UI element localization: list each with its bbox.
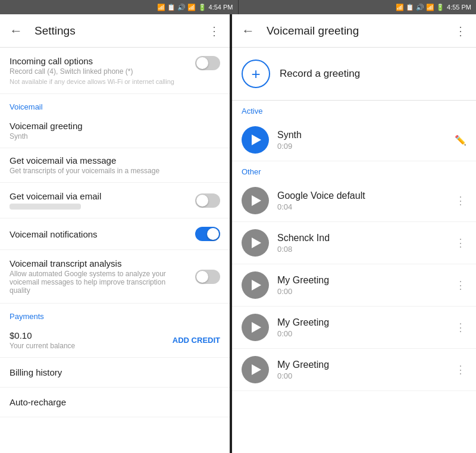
greeting-duration-4: 0:00 — [277, 371, 450, 380]
active-greeting-item: Synth 0:09 ✏️ — [232, 119, 476, 161]
greeting-play-button-4[interactable] — [242, 356, 269, 383]
voicemail-transcript-toggle-thumb — [196, 271, 208, 283]
active-play-button[interactable] — [242, 126, 269, 154]
get-voicemail-message-setting[interactable]: Get voicemail via message Get transcript… — [0, 148, 230, 183]
voicemail-transcript-text: Voicemail transcript analysis Allow auto… — [10, 258, 188, 295]
voicemail-transcript-toggle[interactable] — [195, 270, 220, 284]
incoming-call-sub: Record call (4), Switch linked phone (*) — [10, 67, 174, 76]
active-play-icon — [252, 135, 261, 145]
greeting-name-1: Schenck Ind — [277, 233, 450, 243]
other-section-header: Other — [232, 161, 476, 180]
play-icon-3 — [252, 322, 261, 333]
settings-back-button[interactable]: ← — [10, 23, 23, 39]
voicemail-title: Voicemail greeting — [267, 24, 455, 38]
greeting-info-0: Google Voice default 0:04 — [277, 190, 450, 211]
settings-panel: ← Settings ⋮ Incoming call options Recor… — [0, 14, 232, 453]
status-time-right: 4:55 PM — [447, 4, 471, 11]
greeting-name-0: Google Voice default — [277, 190, 450, 201]
get-voicemail-email-text: Get voicemail via email — [10, 191, 101, 210]
auto-recharge-item[interactable]: Auto-recharge — [0, 388, 230, 417]
greeting-info-1: Schenck Ind 0:08 — [277, 233, 450, 254]
voicemail-notifications-title: Voicemail notifications — [10, 229, 98, 239]
voicemail-email-toggle[interactable] — [195, 193, 220, 208]
voicemail-greeting-sub: Synth — [10, 132, 220, 140]
get-voicemail-message-sub: Get transcripts of your voicemails in a … — [10, 167, 220, 175]
voicemail-greeting-setting[interactable]: Voicemail greeting Synth — [0, 114, 230, 148]
greeting-name-3: My Greeting — [277, 317, 450, 328]
status-icons-left: 📶 📋 🔊 📶 🔋 — [157, 4, 206, 11]
list-item: My Greeting 0:00 ⋮ — [232, 307, 476, 349]
active-section-header: Active — [232, 101, 476, 119]
play-icon-1 — [252, 238, 261, 248]
greeting-more-button-1[interactable]: ⋮ — [455, 238, 466, 248]
play-icon-0 — [252, 195, 261, 206]
greeting-play-button-2[interactable] — [242, 271, 269, 299]
voicemail-notifications-toggle[interactable] — [195, 227, 220, 241]
greeting-info-4: My Greeting 0:00 — [277, 360, 450, 380]
voicemail-notifications-setting: Voicemail notifications — [0, 218, 230, 250]
list-item: Google Voice default 0:04 ⋮ — [232, 180, 476, 222]
incoming-call-setting: Incoming call options Record call (4), S… — [0, 48, 230, 94]
greeting-duration-2: 0:00 — [277, 287, 450, 296]
greeting-more-button-2[interactable]: ⋮ — [455, 280, 466, 290]
get-voicemail-email-title: Get voicemail via email — [10, 191, 101, 201]
status-bar-left: 📶 📋 🔊 📶 🔋 4:54 PM — [0, 0, 239, 14]
incoming-call-note: Not available if any device allows Wi-Fi… — [10, 78, 174, 85]
status-bar: 📶 📋 🔊 📶 🔋 4:54 PM 📶 📋 🔊 📶 🔋 4:55 PM — [0, 0, 476, 14]
status-bar-right: 📶 📋 🔊 📶 🔋 4:55 PM — [239, 0, 477, 14]
greeting-play-button-1[interactable] — [242, 229, 269, 257]
greeting-info-3: My Greeting 0:00 — [277, 317, 450, 338]
voicemail-section-label: Voicemail — [0, 94, 230, 114]
active-greeting-edit-button[interactable]: ✏️ — [455, 135, 466, 146]
status-icons-right: 📶 📋 🔊 📶 🔋 — [396, 4, 444, 11]
play-icon-4 — [252, 364, 261, 375]
incoming-call-toggle-thumb — [196, 57, 208, 69]
balance-info: $0.10 Your current balance — [10, 330, 75, 350]
status-time-left: 4:54 PM — [209, 4, 233, 11]
active-greeting-duration: 0:09 — [277, 142, 450, 151]
voicemail-email-toggle-thumb — [196, 195, 208, 207]
get-voicemail-email-setting: Get voicemail via email — [0, 183, 230, 218]
greeting-more-button-3[interactable]: ⋮ — [455, 322, 466, 333]
add-credit-button[interactable]: ADD CREDIT — [173, 336, 220, 345]
settings-more-button[interactable]: ⋮ — [208, 24, 220, 38]
greeting-duration-0: 0:04 — [277, 202, 450, 211]
greeting-info-2: My Greeting 0:00 — [277, 275, 450, 296]
billing-history-item[interactable]: Billing history — [0, 358, 230, 388]
greeting-name-2: My Greeting — [277, 275, 450, 286]
record-greeting-label: Record a greeting — [280, 68, 360, 80]
incoming-call-title: Incoming call options — [10, 56, 174, 66]
active-greeting-name: Synth — [277, 130, 450, 140]
list-item: Schenck Ind 0:08 ⋮ — [232, 222, 476, 264]
balance-row: $0.10 Your current balance ADD CREDIT — [0, 323, 230, 358]
greeting-more-button-0[interactable]: ⋮ — [455, 195, 466, 206]
balance-desc: Your current balance — [10, 342, 75, 350]
get-voicemail-email-sub — [10, 204, 81, 210]
greeting-play-button-0[interactable] — [242, 187, 269, 214]
voicemail-greeting-panel: ← Voicemail greeting ⋮ + Record a greeti… — [232, 14, 476, 453]
voicemail-greeting-title: Voicemail greeting — [10, 121, 220, 131]
voicemail-header: ← Voicemail greeting ⋮ — [232, 14, 476, 48]
greeting-play-button-3[interactable] — [242, 314, 269, 341]
settings-header: ← Settings ⋮ — [0, 14, 230, 48]
incoming-call-text: Incoming call options Record call (4), S… — [10, 56, 174, 85]
voicemail-notifications-toggle-thumb — [207, 228, 219, 240]
record-greeting-row[interactable]: + Record a greeting — [232, 48, 476, 101]
record-plus-icon: + — [251, 66, 260, 82]
payments-section-label: Payments — [0, 304, 230, 323]
list-item: My Greeting 0:00 ⋮ — [232, 349, 476, 391]
voicemail-back-button[interactable]: ← — [242, 23, 255, 39]
list-item: My Greeting 0:00 ⋮ — [232, 264, 476, 307]
record-greeting-circle: + — [242, 60, 270, 88]
greeting-more-button-4[interactable]: ⋮ — [455, 364, 466, 375]
settings-title: Settings — [35, 24, 208, 38]
voicemail-more-button[interactable]: ⋮ — [455, 24, 466, 38]
voicemail-transcript-sub: Allow automated Google systems to analyz… — [10, 270, 188, 295]
balance-amount: $0.10 — [10, 330, 75, 340]
incoming-call-toggle[interactable] — [195, 56, 220, 70]
greeting-name-4: My Greeting — [277, 360, 450, 370]
get-voicemail-message-title: Get voicemail via message — [10, 155, 220, 165]
greeting-duration-1: 0:08 — [277, 245, 450, 254]
voicemail-transcript-setting: Voicemail transcript analysis Allow auto… — [0, 250, 230, 304]
voicemail-transcript-title: Voicemail transcript analysis — [10, 258, 188, 268]
